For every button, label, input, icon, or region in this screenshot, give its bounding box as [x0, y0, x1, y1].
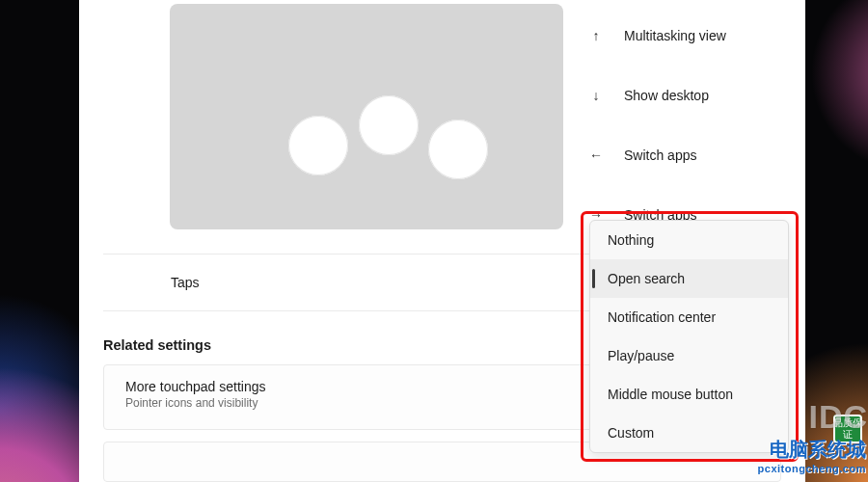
- settings-window: ↑ Multitasking view ↓ Show desktop ← Swi…: [79, 0, 805, 482]
- gesture-preview: [170, 4, 563, 229]
- related-settings-heading: Related settings: [103, 337, 211, 353]
- dropdown-option[interactable]: Play/pause: [590, 336, 788, 375]
- gesture-label: Show desktop: [624, 88, 709, 103]
- desktop-background: ↑ Multitasking view ↓ Show desktop ← Swi…: [0, 0, 868, 482]
- taps-action-dropdown[interactable]: NothingOpen searchNotification centerPla…: [589, 220, 789, 453]
- gesture-label: Switch apps: [624, 147, 696, 163]
- dropdown-option[interactable]: Notification center: [590, 298, 788, 336]
- dropdown-option[interactable]: Open search: [590, 259, 788, 298]
- watermark-site-cn: 电脑系统城: [758, 437, 866, 463]
- touch-point-icon: [428, 120, 488, 179]
- touch-point-icon: [359, 95, 419, 155]
- arrow-left-icon: ←: [585, 147, 607, 163]
- watermark-site: 电脑系统城 pcxitongcheng.com: [758, 437, 866, 474]
- arrow-down-icon: ↓: [585, 88, 607, 103]
- gesture-label: Multitasking view: [624, 28, 726, 43]
- gesture-list: ↑ Multitasking view ↓ Show desktop ← Swi…: [585, 6, 805, 245]
- gesture-row-down[interactable]: ↓ Show desktop: [585, 66, 805, 125]
- taps-label: Taps: [171, 275, 200, 290]
- gesture-row-left[interactable]: ← Switch apps: [585, 125, 805, 185]
- watermark-logo: IDC: [808, 398, 868, 436]
- dropdown-option[interactable]: Nothing: [590, 221, 788, 259]
- watermark-site-url: pcxitongcheng.com: [758, 463, 866, 474]
- dropdown-option[interactable]: Middle mouse button: [590, 375, 788, 414]
- touch-point-icon: [288, 116, 348, 175]
- gesture-row-up[interactable]: ↑ Multitasking view: [585, 6, 805, 66]
- arrow-up-icon: ↑: [585, 28, 607, 43]
